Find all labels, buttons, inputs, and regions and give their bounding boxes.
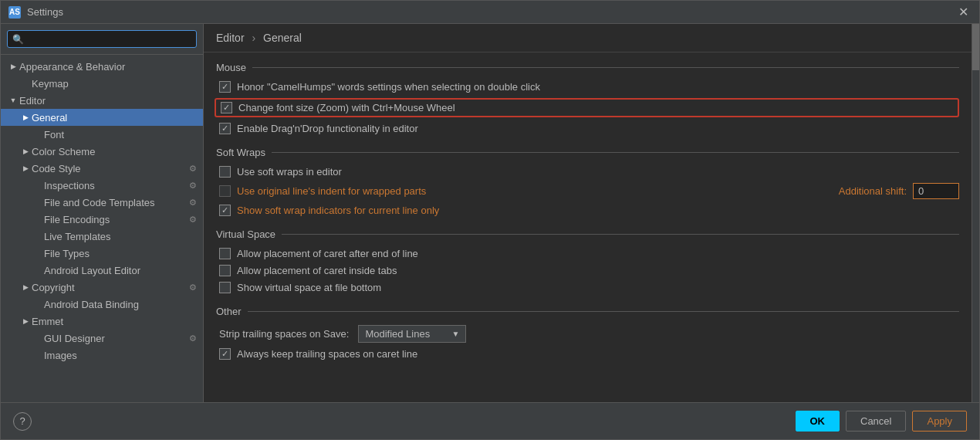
option-caret-inside-tabs: Allow placement of caret inside tabs (216, 265, 959, 276)
sidebar-item-label: Inspections (44, 180, 95, 191)
sidebar-item-file-encodings[interactable]: File Encodings ⚙ (1, 211, 203, 228)
title-bar: AS Settings ✕ (1, 1, 979, 24)
section-title-mouse: Mouse (216, 62, 246, 73)
sidebar-item-label: GUI Designer (44, 333, 105, 344)
arrow-icon: ▶ (19, 111, 32, 124)
checkbox-change-font-size[interactable] (221, 102, 232, 113)
search-bar: 🔍 (1, 24, 203, 55)
arrow-icon (32, 247, 44, 259)
sidebar-item-copyright[interactable]: ▶ Copyright ⚙ (1, 279, 203, 296)
sidebar-item-gui-designer[interactable]: GUI Designer ⚙ (1, 330, 203, 347)
sidebar-item-android-layout[interactable]: Android Layout Editor (1, 262, 203, 279)
apply-button[interactable]: Apply (912, 411, 967, 432)
sidebar-item-live-templates[interactable]: Live Templates (1, 228, 203, 245)
arrow-icon (32, 264, 44, 276)
footer-left: ? (13, 412, 32, 431)
dialog-title: Settings (27, 6, 63, 18)
settings-icon: ⚙ (189, 215, 197, 225)
arrow-icon (32, 298, 44, 310)
sidebar-item-label: File Types (44, 248, 90, 259)
sidebar-item-general[interactable]: ▶ General (1, 109, 203, 126)
settings-icon: ⚙ (189, 333, 197, 344)
label-camel-humps: Honor "CamelHumps" words settings when s… (237, 81, 540, 93)
footer-right: OK Cancel Apply (796, 411, 968, 432)
option-drag-drop: Enable Drag'n'Drop functionality in edit… (216, 123, 959, 134)
checkbox-caret-after-end[interactable] (219, 248, 231, 259)
title-bar-left: AS Settings (8, 6, 63, 19)
sidebar-item-file-code-templates[interactable]: File and Code Templates ⚙ (1, 194, 203, 211)
section-divider (272, 152, 959, 153)
sidebar-item-label: Emmet (32, 316, 63, 327)
sidebar-item-label: File Encodings (44, 214, 110, 225)
arrow-icon (32, 179, 44, 191)
option-camel-humps: Honor "CamelHumps" words settings when s… (216, 81, 959, 93)
search-input-wrapper: 🔍 (7, 30, 197, 48)
checkbox-show-indicators[interactable] (219, 205, 231, 216)
option-keep-trailing: Always keep trailing spaces on caret lin… (216, 348, 959, 360)
option-virtual-space-bottom: Show virtual space at file bottom (216, 282, 959, 293)
section-title-virtual-space: Virtual Space (216, 228, 275, 240)
strip-trailing-dropdown[interactable]: Modified Lines ▼ (358, 325, 466, 343)
label-virtual-space-bottom: Show virtual space at file bottom (237, 282, 381, 293)
settings-panel: Mouse Honor "CamelHumps" words settings … (204, 52, 972, 402)
sidebar-item-label: Keymap (32, 78, 69, 90)
label-keep-trailing: Always keep trailing spaces on caret lin… (237, 348, 417, 360)
breadcrumb: Editor › General (204, 24, 972, 52)
arrow-icon (32, 230, 44, 242)
sidebar-item-color-scheme[interactable]: ▶ Color Scheme (1, 143, 203, 160)
sidebar-item-android-data-binding[interactable]: Android Data Binding (1, 296, 203, 313)
sidebar-item-editor[interactable]: ▼ Editor (1, 92, 203, 109)
section-header-mouse: Mouse (216, 62, 959, 73)
sidebar-item-font[interactable]: Font (1, 126, 203, 143)
checkbox-caret-inside-tabs[interactable] (219, 265, 231, 276)
settings-icon: ⚙ (189, 198, 197, 208)
option-use-original-indent-row: Use original line's indent for wrapped p… (216, 183, 959, 199)
breadcrumb-parent: Editor (216, 32, 245, 44)
additional-shift-label: Additional shift: (839, 185, 907, 197)
arrow-icon: ▼ (7, 94, 19, 107)
sidebar-item-label: Color Scheme (32, 146, 95, 157)
checkbox-drag-drop[interactable] (219, 123, 231, 134)
help-button[interactable]: ? (13, 412, 32, 431)
checkbox-use-original-indent[interactable] (219, 185, 231, 197)
arrow-icon: ▶ (7, 60, 19, 73)
sidebar-item-label: Live Templates (44, 231, 110, 242)
sidebar-item-label: Copyright (32, 282, 75, 293)
sidebar-item-code-style[interactable]: ▶ Code Style ⚙ (1, 160, 203, 177)
sidebar-item-label: Code Style (32, 163, 81, 174)
additional-shift-input[interactable] (913, 183, 959, 199)
ok-button[interactable]: OK (796, 411, 840, 432)
sidebar-item-label: Images (44, 350, 77, 361)
sidebar-item-images[interactable]: Images (1, 347, 203, 364)
checkbox-use-soft-wraps[interactable] (219, 166, 231, 178)
option-use-original-indent: Use original line's indent for wrapped p… (219, 185, 426, 197)
arrow-icon: ▶ (19, 145, 32, 157)
dialog-body: 🔍 ▶ Appearance & Behavior Keymap ▼ Edito… (1, 24, 979, 402)
cancel-button[interactable]: Cancel (846, 411, 906, 432)
checkbox-keep-trailing[interactable] (219, 348, 231, 360)
soft-wraps-section: Soft Wraps Use soft wraps in editor Use … (216, 147, 959, 216)
mouse-section: Mouse Honor "CamelHumps" words settings … (216, 62, 959, 134)
section-title-other: Other (216, 306, 242, 317)
additional-shift-row: Additional shift: (839, 183, 959, 199)
checkbox-camel-humps[interactable] (219, 81, 231, 93)
checkbox-virtual-space-bottom[interactable] (219, 282, 231, 293)
strip-trailing-value: Modified Lines (365, 328, 447, 340)
sidebar-item-keymap[interactable]: Keymap (1, 75, 203, 92)
arrow-icon (32, 213, 44, 225)
section-divider (248, 311, 959, 312)
label-caret-inside-tabs: Allow placement of caret inside tabs (237, 265, 397, 276)
sidebar-item-label: Font (44, 129, 64, 140)
section-header-virtual-space: Virtual Space (216, 228, 959, 240)
sidebar-item-appearance[interactable]: ▶ Appearance & Behavior (1, 58, 203, 75)
other-section: Other Strip trailing spaces on Save: Mod… (216, 306, 959, 360)
close-icon[interactable]: ✕ (955, 5, 972, 20)
sidebar-item-label: General (32, 112, 67, 124)
sidebar-item-inspections[interactable]: Inspections ⚙ (1, 177, 203, 194)
search-input[interactable] (27, 33, 191, 45)
section-header-other: Other (216, 306, 959, 317)
sidebar-item-file-types[interactable]: File Types (1, 245, 203, 262)
section-title-soft-wraps: Soft Wraps (216, 147, 265, 158)
sidebar-item-emmet[interactable]: ▶ Emmet (1, 313, 203, 330)
scrollbar-right[interactable] (972, 24, 979, 402)
